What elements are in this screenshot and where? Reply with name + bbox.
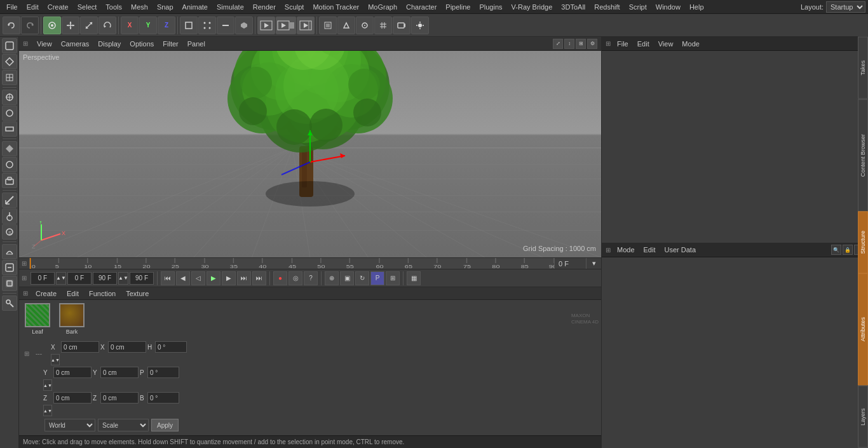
- goto-start-button[interactable]: ⏮: [161, 271, 175, 285]
- left-tool-6[interactable]: [2, 121, 17, 137]
- left-tool-10[interactable]: [2, 193, 17, 208]
- vp-ctrl-1[interactable]: ⤢: [553, 39, 563, 49]
- menu-motion-tracker[interactable]: Motion Tracker: [309, 2, 363, 12]
- start-frame-field[interactable]: 0 F: [31, 272, 55, 285]
- left-tool-14[interactable]: [2, 260, 17, 275]
- goto-end-button[interactable]: ⏭: [237, 271, 251, 285]
- menu-vray[interactable]: V-Ray Bridge: [508, 2, 557, 12]
- h-rot-input[interactable]: [155, 341, 187, 353]
- undo-button[interactable]: [3, 17, 20, 34]
- rotate-button[interactable]: [98, 17, 116, 34]
- paint-bucket-button[interactable]: [337, 17, 355, 34]
- y-position-input[interactable]: [53, 367, 92, 378]
- left-tool-8[interactable]: [2, 157, 17, 172]
- start-frame-arrow[interactable]: ▲▼: [56, 272, 66, 285]
- pb-extra-5[interactable]: ⊞: [386, 271, 400, 285]
- vp-ctrl-4[interactable]: ⚙: [587, 39, 597, 49]
- p-arrow[interactable]: ▲▼: [43, 379, 52, 391]
- pb-extra-1[interactable]: ⊕: [325, 271, 339, 285]
- axis-z-button[interactable]: Z: [158, 17, 175, 34]
- material-bark[interactable]: Bark: [56, 303, 88, 335]
- polygon-mode-button[interactable]: [235, 17, 253, 34]
- pb-extra-3[interactable]: ↻: [355, 271, 369, 285]
- mat-menu-edit[interactable]: Edit: [64, 288, 81, 299]
- end-frame-arrow[interactable]: ▲▼: [118, 272, 128, 285]
- camera-button[interactable]: [393, 17, 410, 34]
- vp-menu-options[interactable]: Options: [127, 39, 156, 49]
- left-tool-3[interactable]: [2, 70, 17, 85]
- material-leaf[interactable]: Leaf: [22, 303, 53, 335]
- rt-menu-edit[interactable]: Edit: [635, 39, 652, 49]
- left-tool-1[interactable]: [2, 38, 17, 53]
- layout-dropdown[interactable]: Startup: [826, 1, 865, 13]
- rt-menu-view[interactable]: View: [656, 39, 676, 49]
- vp-menu-display[interactable]: Display: [95, 39, 123, 49]
- rb-menu-edit[interactable]: Edit: [641, 245, 658, 255]
- vp-ctrl-3[interactable]: ⊞: [576, 39, 586, 49]
- timeline-ruler[interactable]: 0 5 10 15 20 25 30 35: [30, 258, 554, 269]
- menu-script[interactable]: Script: [625, 2, 651, 12]
- tab-attributes[interactable]: Attributes: [858, 273, 868, 386]
- help-button[interactable]: ?: [304, 271, 318, 285]
- menu-render[interactable]: Render: [249, 2, 280, 12]
- menu-mograph[interactable]: MoGraph: [364, 2, 401, 12]
- vp-menu-cameras[interactable]: Cameras: [58, 39, 92, 49]
- b-rot-input[interactable]: [147, 392, 179, 404]
- tree-object[interactable]: [205, 51, 415, 207]
- world-dropdown[interactable]: World Object: [44, 419, 95, 431]
- x-position-input[interactable]: [61, 341, 99, 353]
- edge-mode-button[interactable]: [217, 17, 234, 34]
- p-rot-input[interactable]: [147, 367, 179, 378]
- front-view-button[interactable]: [319, 17, 337, 34]
- prev-frame-button[interactable]: ◀: [176, 271, 190, 285]
- left-tool-13[interactable]: [2, 244, 17, 259]
- left-tool-9[interactable]: [2, 173, 17, 188]
- rb-search-btn[interactable]: 🔍: [831, 245, 841, 255]
- current-frame-field[interactable]: 0 F: [67, 272, 92, 285]
- menu-character[interactable]: Character: [402, 2, 440, 12]
- motion-record-button[interactable]: ◎: [288, 271, 302, 285]
- render-settings-button[interactable]: [297, 17, 315, 34]
- mat-menu-create[interactable]: Create: [33, 288, 59, 299]
- end-frame-field[interactable]: 90 F: [93, 272, 117, 285]
- left-tool-15[interactable]: [2, 276, 17, 291]
- menu-snap[interactable]: Snap: [153, 2, 177, 12]
- rt-menu-mode[interactable]: Mode: [679, 39, 702, 49]
- menu-edit[interactable]: Edit: [23, 2, 43, 12]
- menu-window[interactable]: Window: [652, 2, 684, 12]
- menu-3dtoall[interactable]: 3DToAll: [557, 2, 589, 12]
- pb-extra-4[interactable]: P: [370, 271, 384, 285]
- end-frame-2-field[interactable]: 90 F: [130, 272, 154, 285]
- next-frame-button[interactable]: ▶: [222, 271, 236, 285]
- move-button[interactable]: [62, 17, 79, 34]
- loop-button[interactable]: ⏭: [252, 271, 266, 285]
- menu-file[interactable]: File: [3, 2, 22, 12]
- pb-extra-6[interactable]: ▦: [407, 271, 421, 285]
- menu-mesh[interactable]: Mesh: [127, 2, 152, 12]
- left-tool-11[interactable]: [2, 208, 17, 224]
- viewport-canvas[interactable]: Perspective Grid Spacing : 1000 cm X Y Z: [19, 51, 601, 257]
- mat-menu-texture[interactable]: Texture: [123, 288, 151, 299]
- point-mode-button[interactable]: [198, 17, 216, 34]
- light-button[interactable]: [411, 17, 429, 34]
- snap-button[interactable]: [356, 17, 374, 34]
- vp-ctrl-2[interactable]: ↕: [564, 39, 574, 49]
- axis-x-button[interactable]: X: [121, 17, 139, 34]
- x-size-input[interactable]: [108, 341, 146, 353]
- tab-content-browser[interactable]: Content Browser: [858, 99, 868, 212]
- h-arrow[interactable]: ▲▼: [51, 354, 60, 365]
- play-button[interactable]: ▶: [207, 271, 220, 285]
- render-active-view[interactable]: [276, 17, 296, 34]
- timeline-expand[interactable]: ▾: [586, 258, 601, 269]
- z-size-input[interactable]: [100, 392, 139, 404]
- menu-animate[interactable]: Animate: [179, 2, 212, 12]
- y-size-input[interactable]: [100, 367, 139, 378]
- menu-create[interactable]: Create: [44, 2, 72, 12]
- axis-y-button[interactable]: Y: [139, 17, 157, 34]
- menu-sculpt[interactable]: Sculpt: [281, 2, 308, 12]
- mat-menu-function[interactable]: Function: [86, 288, 118, 299]
- left-tool-12[interactable]: S: [2, 224, 17, 240]
- tab-takes[interactable]: Takes: [858, 37, 868, 99]
- timeline-current-frame[interactable]: 0 F: [554, 258, 586, 269]
- menu-plugins[interactable]: Plugins: [475, 2, 506, 12]
